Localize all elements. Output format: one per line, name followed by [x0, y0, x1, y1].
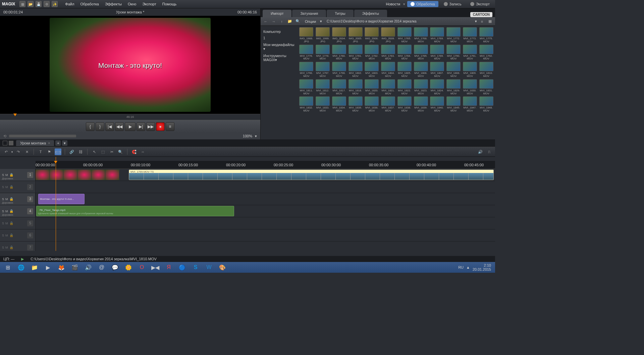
media-thumb[interactable]: MVI_1824.MOV [430, 79, 445, 95]
media-thumb[interactable]: MVI_1784.MOV [397, 45, 412, 61]
lock-icon[interactable]: 🔒 [9, 173, 13, 177]
media-thumb[interactable]: MVI_1835.MOV [348, 96, 363, 113]
save-icon[interactable]: 💾 [36, 1, 42, 7]
tray-flag-icon[interactable]: ▲ [466, 265, 470, 269]
solo-button[interactable]: S [2, 185, 4, 189]
track-body[interactable] [36, 241, 495, 251]
media-thumb[interactable]: MVI_1845.MOV [446, 96, 461, 113]
tab-titles[interactable]: Титры [327, 10, 353, 17]
delete-icon[interactable]: ✕ [23, 148, 30, 155]
yandex-icon[interactable]: Я [162, 263, 175, 272]
media-thumb[interactable]: MVI_1773.MOV [463, 27, 478, 43]
tab-fades[interactable]: Затухания [292, 10, 326, 17]
media-thumb[interactable]: MVI_1833.MOV [315, 96, 330, 113]
nav-fwd-icon[interactable]: → [271, 18, 277, 25]
media-thumb[interactable]: MVI_1804.MOV [381, 62, 396, 78]
solo-button[interactable]: S [2, 234, 4, 237]
jog-icon[interactable]: ⟲ [3, 134, 6, 138]
menu-window[interactable]: Окно [125, 2, 140, 6]
view-grid-icon[interactable] [9, 141, 13, 145]
media-thumb[interactable]: MVI_1817.MOV [332, 79, 347, 95]
chapter-icon[interactable]: ⊏⊐ [55, 148, 61, 155]
media-thumb[interactable]: MVI_1782.MOV [364, 45, 379, 61]
icq-icon[interactable]: 🌼 [122, 263, 135, 272]
media-thumb[interactable]: MVI_1821.MOV [381, 79, 396, 95]
solo-button[interactable]: S [2, 222, 4, 225]
audio-clip[interactable]: 7th_Floor_Tango.mp3Щёлкните правой клави… [36, 206, 234, 216]
range-end-button[interactable]: } [96, 122, 104, 131]
media-thumb[interactable]: MVI_1808.MOV [446, 62, 461, 78]
media-thumb[interactable]: MVI_1812.MOV [315, 79, 330, 95]
mute-button[interactable]: M [5, 173, 8, 177]
track-body[interactable]: MVI_1769.MOV TS [36, 169, 495, 181]
record-button[interactable]: ● [156, 122, 165, 131]
settings-icon[interactable]: ⚙ [44, 1, 50, 7]
media-thumb[interactable]: MVI_1780.MOV [332, 45, 347, 61]
explorer-icon[interactable]: 📁 [28, 263, 41, 272]
options-label[interactable]: Опции [303, 19, 318, 24]
media-thumb[interactable]: MVI_1783.MOV [381, 45, 396, 61]
media-thumb[interactable]: MVI_1848.MOV [479, 96, 494, 113]
solo-button[interactable]: S [2, 173, 4, 177]
mute-button[interactable]: M [5, 197, 8, 201]
playhead[interactable] [56, 157, 56, 251]
media-thumb[interactable]: MVI_1789.MOV [430, 45, 445, 61]
media-thumb[interactable]: MVI_1792.MOV [479, 45, 494, 61]
image-clip[interactable] [36, 170, 119, 180]
playhead-marker-icon[interactable] [13, 114, 17, 116]
media-thumb[interactable]: MVI_1790.MOV [446, 45, 461, 61]
track-body[interactable]: Монтаж - это круто! X-поз... [36, 193, 495, 205]
link-icon[interactable]: 🔗 [68, 148, 75, 155]
side-computer[interactable]: Компьютер [263, 29, 296, 35]
media-thumb[interactable]: IMG_2006.JPG [364, 27, 379, 43]
media-thumb[interactable]: IMG_2009.JPG [381, 27, 396, 43]
view-list-icon[interactable]: ≡ [479, 18, 485, 25]
timeline-ruler[interactable]: 00:00:00:0000:00:05:0000:00:10:0000:00:1… [36, 161, 495, 169]
video-preview[interactable]: Монтаж - это круто! [0, 16, 260, 114]
media-thumb[interactable]: MVI_1822.MOV [397, 79, 412, 95]
open-icon[interactable]: 📂 [28, 1, 34, 7]
cut-icon[interactable]: ✂ [108, 148, 115, 155]
media-thumb[interactable]: MVI_1830.MOV [463, 79, 478, 95]
media-thumb[interactable]: MVI_1796.MOV [299, 62, 314, 78]
media-thumb[interactable]: MVI_1836.MOV [364, 96, 379, 113]
solo-button[interactable]: S [2, 197, 4, 201]
video-clip[interactable]: MVI_1769.MOV TS [129, 170, 494, 180]
start-button[interactable]: ⊞ [1, 263, 14, 272]
track-header[interactable]: S M 🔒 Дорожка: 3 [0, 193, 36, 205]
view-single-icon[interactable] [3, 141, 7, 145]
mpc-icon[interactable]: 🎬 [68, 263, 81, 272]
sound-icon[interactable]: 🔊 [82, 263, 95, 272]
wand-icon[interactable]: ✨ [52, 1, 58, 7]
track-header[interactable]: S M 🔒 Дорожка: 1 [0, 169, 36, 181]
media-thumb[interactable]: MVI_1769.MOV [430, 27, 445, 43]
track-header[interactable]: S M 🔒 6 [0, 229, 36, 241]
media-thumb[interactable]: MVI_1810.MOV [479, 62, 494, 78]
project-tab[interactable]: Уроки монтажа × [16, 140, 54, 146]
side-tools[interactable]: Инструменты MAGIX▾ [263, 52, 296, 63]
title-icon[interactable]: T [37, 148, 44, 155]
close-icon[interactable]: × [48, 141, 50, 145]
undo-icon[interactable]: ↶ [3, 148, 9, 155]
snap-icon[interactable]: 🧲 [131, 148, 138, 155]
media-thumb[interactable]: MVI_1806.MOV [413, 62, 428, 78]
opera-icon[interactable]: O [136, 263, 148, 272]
news-link[interactable]: Новости [383, 2, 403, 6]
mute-button[interactable]: M [5, 234, 8, 237]
jog-slider[interactable] [9, 135, 76, 137]
track-header[interactable]: S M 🔒 5 [0, 217, 36, 229]
media-thumb[interactable]: MVI_1805.MOV [397, 62, 412, 78]
binoculars-icon[interactable]: 🔍 [295, 18, 301, 25]
range-start-button[interactable]: { [86, 122, 95, 131]
media-thumb[interactable]: MVI_1837.MOV [381, 96, 396, 113]
magix-icon[interactable]: 🎨 [216, 263, 229, 272]
media-thumb[interactable]: MVI_1797.MOV [315, 62, 330, 78]
media-thumb[interactable]: MVI_1823.MOV [413, 79, 428, 95]
marker-icon[interactable]: ⚑ [46, 148, 53, 155]
menu-export[interactable]: Экспорт [139, 2, 159, 6]
track-header[interactable]: S M 🔒 Дорожка: 4 [0, 205, 36, 217]
media-thumb[interactable]: MVI_1807.MOV [430, 62, 445, 78]
media-thumb[interactable]: MVI_1768.MOV [413, 27, 428, 43]
mail-icon[interactable]: @ [95, 263, 108, 272]
chrome-icon[interactable]: 🔵 [176, 263, 189, 272]
